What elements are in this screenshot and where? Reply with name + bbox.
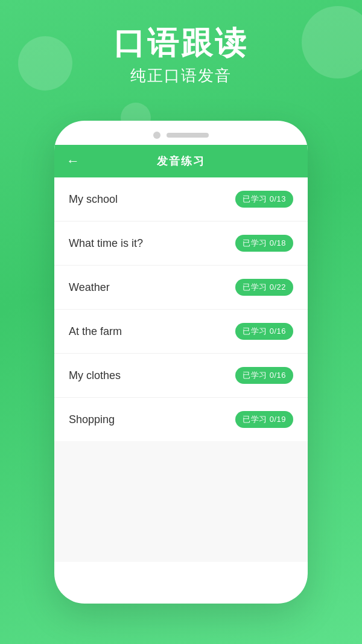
lesson-list: My school已学习 0/13What time is it?已学习 0/1… [54, 177, 308, 441]
phone-bottom-area [54, 441, 308, 562]
header-section: 口语跟读 纯正口语发音 [0, 24, 362, 86]
lesson-badge: 已学习 0/16 [235, 367, 293, 384]
phone-speaker [167, 133, 209, 138]
lesson-title: What time is it? [69, 237, 143, 250]
lesson-title: Weather [69, 281, 110, 294]
list-item[interactable]: Shopping已学习 0/19 [54, 398, 308, 441]
nav-title: 发音练习 [157, 154, 205, 168]
lesson-badge: 已学习 0/18 [235, 235, 293, 252]
phone-mockup: ← 发音练习 My school已学习 0/13What time is it?… [54, 121, 308, 604]
nav-bar: ← 发音练习 [54, 145, 308, 177]
phone-top-bar [54, 121, 308, 145]
main-subtitle: 纯正口语发音 [0, 65, 362, 86]
list-item[interactable]: What time is it?已学习 0/18 [54, 222, 308, 266]
main-title: 口语跟读 [0, 24, 362, 62]
list-item[interactable]: My school已学习 0/13 [54, 177, 308, 222]
lesson-badge: 已学习 0/16 [235, 323, 293, 340]
lesson-badge: 已学习 0/19 [235, 411, 293, 428]
back-button[interactable]: ← [66, 153, 80, 169]
lesson-title: Shopping [69, 413, 115, 426]
lesson-badge: 已学习 0/22 [235, 279, 293, 296]
lesson-title: At the farm [69, 325, 122, 338]
list-item[interactable]: At the farm已学习 0/16 [54, 310, 308, 354]
lesson-badge: 已学习 0/13 [235, 191, 293, 208]
lesson-title: My school [69, 193, 118, 206]
list-item[interactable]: My clothes已学习 0/16 [54, 354, 308, 398]
list-item[interactable]: Weather已学习 0/22 [54, 266, 308, 310]
phone-camera [153, 132, 160, 139]
lesson-title: My clothes [69, 369, 121, 382]
